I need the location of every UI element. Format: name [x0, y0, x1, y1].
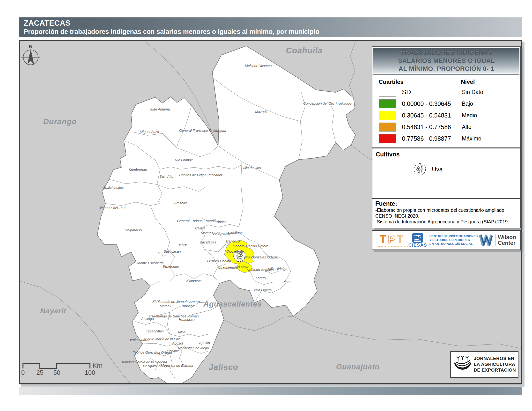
ciesas-line: EN ANTROPOLOGÍA SOCIAL	[429, 242, 478, 246]
north-label: N	[29, 44, 32, 49]
legend-range: 0.77586 - 0.98877	[402, 135, 462, 142]
fuente-line: -Elaboración propia con microdatos del c…	[375, 207, 518, 213]
tpt-letter: T	[380, 233, 388, 245]
legend-title: TRABAJADORES NIDÍGENAS SALARIOS MENORES …	[373, 48, 519, 74]
wilson-center-logo: Wilson Center	[479, 234, 516, 246]
ciesas-line: CENTRO DE INVESTIGACIONES	[429, 234, 478, 238]
agriculture-field-icon	[453, 353, 472, 376]
legend-title-line: AL MÍNIMO. PROPORCIÓN 0- 1	[399, 65, 494, 73]
jornaleros-line: LA AGRICULTURA	[474, 361, 516, 367]
jornaleros-line: JORNALEROS EN	[474, 356, 516, 361]
north-arrow-icon: N	[21, 44, 40, 65]
legend-col-cuartiles: Cuartiles	[379, 79, 461, 85]
legend-col-nivel: Nivel	[461, 79, 475, 85]
cultivos-heading: Cultivos	[376, 151, 520, 158]
tpt-letter: P	[388, 233, 397, 245]
tpt-logo: TPT	[377, 234, 408, 247]
fuente-panel: Fuente: -Elaboración propia con microdat…	[372, 198, 521, 228]
scale-bar: 0 25 50 100 Km	[21, 362, 103, 376]
legend-range: 0.00000 - 0.30645	[402, 100, 462, 107]
page-title: ZACATECAS	[24, 19, 522, 28]
legend-title-line: TRABAJADORES NIDÍGENAS	[400, 49, 492, 57]
scale-tick-100: 100	[85, 369, 95, 376]
grape-icon	[413, 162, 427, 176]
ciesas-icon	[412, 233, 423, 243]
legend-row: 0.54831 - 0.77586 Alto	[379, 121, 520, 133]
title-bar: ZACATECAS Proporción de trabajadores ind…	[19, 17, 522, 37]
legend-swatch-maximo	[379, 134, 396, 143]
jornaleros-line: DE EXPORTACIÓN	[474, 367, 516, 373]
cultivo-label: Uva	[432, 166, 443, 173]
scale-tick-50: 50	[53, 369, 60, 376]
map-canvas: N 0 25 50 100 Km CoahuilaDurangoNayaritA…	[19, 40, 522, 384]
wilson-divider	[495, 234, 495, 246]
legend-range: 0.54831 - 0.77586	[402, 123, 462, 131]
wilson-name-line: Center	[498, 240, 516, 246]
legend-swatch-bajo	[379, 99, 396, 108]
legend-nivel: Sin Dato	[462, 89, 483, 95]
ciesas-logo: CIESAS CENTRO DE INVESTIGACIONES Y ESTUD…	[408, 233, 478, 247]
legend-nivel: Máximo	[462, 135, 482, 142]
scale-tick-25: 25	[37, 369, 44, 376]
legend-swatch-sd	[379, 88, 396, 97]
wilson-name-line: Wilson	[498, 234, 516, 240]
zacatecas-state-shape	[97, 46, 355, 383]
logos-panel: TPT CIESAS CENTRO DE INVESTIGACIONES Y E…	[372, 230, 521, 250]
legend-panel: TRABAJADORES NIDÍGENAS SALARIOS MENORES …	[372, 47, 521, 148]
cultivos-panel: Cultivos Uva	[372, 148, 521, 198]
legend-title-line: SALARIOS MENORES O IGUAL	[398, 57, 495, 65]
legend-row: 0.77586 - 0.98877 Máximo	[379, 133, 520, 144]
legend-swatch-alto	[379, 122, 396, 131]
legend-row: 0.00000 - 0.30645 Bajo	[379, 98, 520, 110]
wilson-monogram-icon	[479, 234, 493, 246]
page-subtitle: Proporción de trabajadores indígenas con…	[24, 28, 522, 36]
legend-nivel: Alto	[462, 124, 472, 130]
scale-tick-0: 0	[21, 369, 25, 376]
legend-range: 0.30645 - 0.54831	[402, 112, 462, 119]
jornaleros-logo: JORNALEROS EN LA AGRICULTURA DE EXPORTAC…	[450, 351, 518, 378]
cultivo-item: Uva	[413, 162, 443, 176]
ciesas-acronym: CIESAS	[408, 243, 427, 247]
tpt-letter: T	[397, 233, 405, 245]
legend-row: SD Sin Dato	[379, 86, 520, 98]
ciesas-line: Y ESTUDIOS SUPERIORES	[429, 238, 478, 242]
legend-divider	[373, 75, 519, 75]
tpt-caption	[377, 246, 408, 247]
fuente-line: CENSO INEGI 2020.	[375, 213, 518, 219]
legend-swatch-medio	[379, 111, 396, 120]
legend-range: SD	[402, 88, 462, 96]
legend-nivel: Medio	[462, 112, 477, 119]
fuente-heading: Fuente:	[375, 200, 518, 207]
legend-row: 0.30645 - 0.54831 Medio	[379, 110, 520, 121]
grape-icon	[234, 250, 245, 262]
fuente-line: -Sistema de Información Agropecuaria y P…	[375, 219, 518, 224]
scale-unit: Km	[92, 362, 103, 369]
bottom-gradient-strip	[19, 387, 522, 395]
legend-nivel: Bajo	[462, 101, 473, 107]
